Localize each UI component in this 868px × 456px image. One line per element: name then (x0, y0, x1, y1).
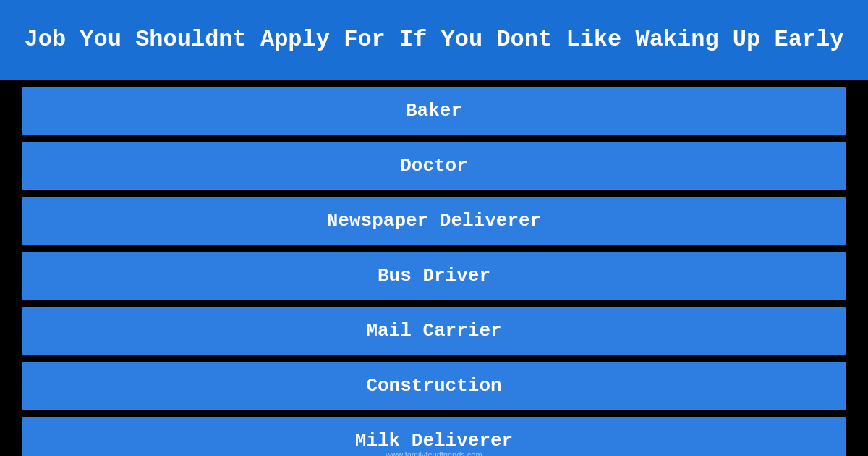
answer-text-3: Newspaper Deliverer (327, 210, 541, 232)
answer-text-5: Mail Carrier (366, 320, 501, 342)
answer-row-5: Mail Carrier (22, 307, 846, 355)
header: Job You Shouldnt Apply For If You Dont L… (0, 0, 868, 80)
answer-text-6: Construction (366, 375, 501, 397)
answer-text-1: Baker (406, 100, 462, 122)
header-title: Job You Shouldnt Apply For If You Dont L… (25, 25, 844, 55)
answer-row-1: Baker (22, 87, 846, 135)
answer-text-2: Doctor (400, 155, 468, 177)
answer-row-2: Doctor (22, 142, 846, 190)
answer-row-4: Bus Driver (22, 252, 846, 300)
answer-row-7: www.familyfeudfriends.com Milk Deliverer (22, 417, 846, 456)
answer-text-7: Milk Deliverer (355, 430, 513, 452)
content-area: Baker Doctor Newspaper Deliverer Bus Dri… (0, 80, 868, 456)
answer-row-3: Newspaper Deliverer (22, 197, 846, 245)
answer-row-7-container: www.familyfeudfriends.com Milk Deliverer (22, 417, 846, 456)
answer-row-6: Construction (22, 362, 846, 410)
watermark-text: www.familyfeudfriends.com (386, 450, 482, 456)
answer-text-4: Bus Driver (378, 265, 490, 287)
